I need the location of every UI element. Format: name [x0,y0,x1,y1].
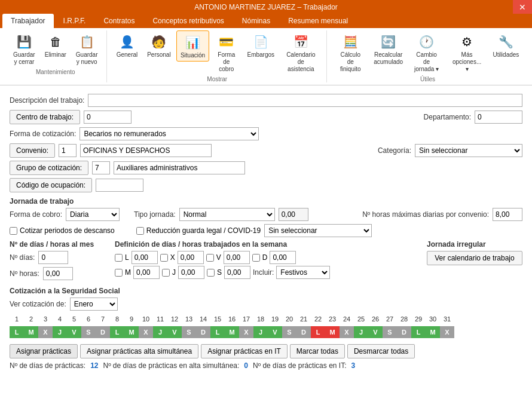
cal-letter-31[interactable]: X [440,326,454,338]
domingo-checkbox[interactable] [252,254,260,262]
calendario-button[interactable]: 📅 Calendariode asistencia [280,30,322,75]
lunes-horas-input[interactable] [132,251,158,264]
situacion-button[interactable]: 📊 Situación [176,30,209,62]
viernes-horas-input[interactable] [224,251,250,264]
cal-letter-9[interactable]: M [124,326,139,338]
cal-letter-3[interactable]: X [38,326,53,338]
codigo-ocupacion-input[interactable] [96,179,143,192]
grupo-cotizacion-num-input[interactable] [92,161,110,174]
martes-checkbox[interactable] [115,269,123,277]
miercoles-check-label[interactable]: X [160,253,175,262]
lunes-check-label[interactable]: L [115,253,129,262]
tipo-jornada-select[interactable]: Normal [179,208,275,221]
tab-conceptos[interactable]: Conceptos retributivos [144,14,232,28]
miercoles-checkbox[interactable] [160,254,168,262]
cal-letter-15[interactable]: L [210,326,225,338]
cal-letter-20[interactable]: S [282,326,296,338]
convenio-num-input[interactable] [59,144,77,157]
close-button[interactable]: ✕ [513,0,532,14]
convenio-name-input[interactable] [80,144,212,157]
cal-letter-7[interactable]: D [96,326,110,338]
mes-select[interactable]: Enero [70,298,118,311]
horas-val-input[interactable] [279,208,308,221]
categoria-select[interactable]: Sin seleccionar [415,144,522,157]
forma-cotizacion-select[interactable]: Becarios no remunerados [80,127,259,140]
cal-letter-28[interactable]: D [397,326,411,338]
jueves-checkbox[interactable] [162,269,170,277]
descripcion-input[interactable] [88,94,522,107]
mas-opciones-button[interactable]: ⚙ Másopciones... ▾ [447,30,487,75]
domingo-horas-input[interactable] [270,251,296,264]
lunes-checkbox[interactable] [115,254,123,262]
cal-letter-30[interactable]: M [426,326,440,338]
forma-cobro-select[interactable]: Diaria [66,208,120,221]
ver-calendario-button[interactable]: Ver calendario de trabajo [427,251,522,265]
tab-contratos[interactable]: Contratos [95,14,143,28]
calculo-finiquito-button[interactable]: 🧮 Cálculo definiquito [333,30,368,75]
asignar-practicas-button[interactable]: Asignar prácticas [10,344,78,358]
centro-button[interactable]: Centro de trabajo: [10,110,80,124]
viernes-check-label[interactable]: V [206,253,221,262]
jueves-horas-input[interactable] [178,266,204,279]
cal-letter-8[interactable]: L [110,326,124,338]
reduccion-select[interactable]: Sin seleccionar [264,224,372,237]
tab-nominas[interactable]: Nóminas [234,14,279,28]
guardar-nuevo-button[interactable]: 📋 Guardary nuevo [72,30,102,68]
tab-resumen[interactable]: Resumen mensual [280,14,356,28]
cal-letter-10[interactable]: X [139,326,153,338]
cal-letter-26[interactable]: V [368,326,383,338]
departamento-input[interactable] [475,111,522,124]
num-horas-input[interactable] [43,267,73,280]
tab-irpf[interactable]: I.R.P.F. [55,14,94,28]
cal-letter-16[interactable]: M [225,326,239,338]
guardar-cerrar-button[interactable]: 💾 Guardary cerrar [10,30,39,68]
martes-check-label[interactable]: M [115,268,131,277]
grupo-cotizacion-name-input[interactable] [114,161,245,174]
cal-letter-2[interactable]: M [24,326,38,338]
cal-letter-4[interactable]: J [53,326,67,338]
cal-letter-23[interactable]: M [325,326,340,338]
cal-letter-18[interactable]: J [253,326,268,338]
marcar-todas-button[interactable]: Marcar todas [290,344,345,358]
eliminar-button[interactable]: 🗑 Eliminar [41,30,70,60]
sabado-checkbox[interactable] [207,269,215,277]
cotizar-descanso-checkbox[interactable] [10,227,17,235]
utilidades-button[interactable]: 🔧 Utilidades [490,30,522,60]
asignar-it-button[interactable]: Asignar prácticas en IT [201,344,288,358]
convenio-button[interactable]: Convenio: [10,143,55,158]
grupo-cotizacion-button[interactable]: Grupo de cotización: [10,161,88,175]
num-dias-input[interactable] [38,251,68,264]
codigo-ocupacion-button[interactable]: Código de ocupación: [10,178,92,192]
cal-letter-14[interactable]: D [196,326,210,338]
cal-letter-5[interactable]: V [67,326,81,338]
horas-max-input[interactable] [493,208,522,221]
cal-letter-17[interactable]: X [239,326,253,338]
cal-letter-25[interactable]: J [354,326,368,338]
miercoles-horas-input[interactable] [178,251,204,264]
general-button[interactable]: 👤 General [113,30,142,60]
embargos-button[interactable]: 📄 Embargos [244,30,278,60]
cal-letter-27[interactable]: S [383,326,397,338]
domingo-check-label[interactable]: D [252,253,268,262]
reduccion-checkbox[interactable] [136,227,144,235]
asignar-alta-button[interactable]: Asignar prácticas alta simultánea [80,344,198,358]
cambio-jornada-button[interactable]: 🕐 Cambio dejornada ▾ [409,30,445,75]
cal-letter-29[interactable]: L [411,326,426,338]
cal-letter-13[interactable]: S [182,326,196,338]
cal-letter-12[interactable]: V [167,326,182,338]
cal-letter-6[interactable]: S [81,326,96,338]
sabado-check-label[interactable]: S [207,268,222,277]
jueves-check-label[interactable]: J [162,268,176,277]
cal-letter-1[interactable]: L [10,326,24,338]
recalcular-button[interactable]: 🔄 Recalcularacumulado [371,30,406,68]
cal-letter-24[interactable]: X [340,326,354,338]
desmarcar-todas-button[interactable]: Desmarcar todas [347,344,415,358]
cal-letter-22[interactable]: L [311,326,325,338]
sabado-horas-input[interactable] [224,266,250,279]
cal-letter-11[interactable]: J [153,326,167,338]
cotizar-descanso-checkbox-label[interactable]: Cotizar periodos de descanso [10,226,115,235]
forma-cobro-button[interactable]: 💳 Formade cobro [212,30,241,75]
viernes-checkbox[interactable] [206,254,214,262]
reduccion-checkbox-label[interactable]: Reducción guarda legal / COVID-19 [136,226,261,235]
cal-letter-19[interactable]: V [268,326,282,338]
